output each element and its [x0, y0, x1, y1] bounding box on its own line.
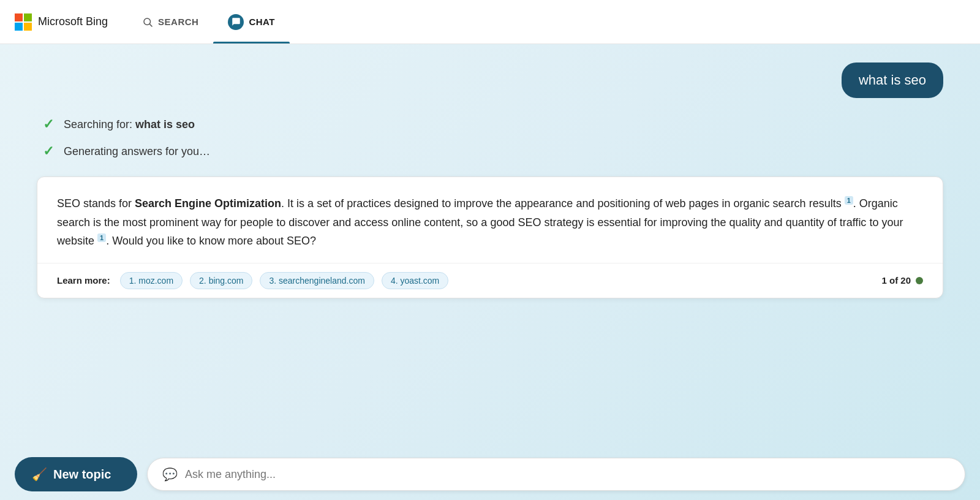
chat-icon	[228, 14, 244, 30]
bottom-bar: 🧹 New topic 💬	[0, 449, 980, 500]
user-message-text: what is seo	[859, 72, 926, 88]
chat-input-wrap: 💬	[147, 458, 965, 491]
status-searching-text: Searching for: what is seo	[64, 118, 195, 131]
tab-search[interactable]: SEARCH	[127, 0, 213, 44]
answer-card: SEO stands for Search Engine Optimizatio…	[37, 176, 943, 298]
new-topic-button[interactable]: 🧹 New topic	[15, 457, 137, 491]
green-dot-indicator	[916, 277, 923, 284]
user-bubble: what is seo	[842, 63, 943, 98]
tab-chat[interactable]: CHAT	[213, 0, 290, 44]
count-text: 1 of 20	[881, 275, 911, 286]
svg-point-0	[144, 18, 151, 25]
svg-line-1	[149, 24, 152, 26]
answer-body: SEO stands for Search Engine Optimizatio…	[37, 177, 943, 263]
chat-input-icon: 💬	[162, 467, 178, 482]
source-link-3[interactable]: 3. searchengineland.com	[260, 272, 374, 289]
tab-search-label: SEARCH	[158, 17, 198, 27]
chat-input[interactable]	[185, 468, 950, 481]
microsoft-logo	[15, 13, 32, 31]
check-icon-1: ✓	[43, 116, 54, 132]
learn-more-label: Learn more:	[57, 275, 110, 286]
new-topic-label: New topic	[53, 468, 111, 482]
chat-bubble-icon-svg	[232, 17, 241, 26]
search-icon	[142, 17, 153, 28]
status-items: ✓ Searching for: what is seo ✓ Generatin…	[37, 116, 943, 159]
count-badge: 1 of 20	[881, 275, 923, 286]
logo-text: Microsoft Bing	[38, 15, 108, 28]
status-generating-text: Generating answers for you…	[64, 145, 210, 158]
check-icon-2: ✓	[43, 143, 54, 159]
source-link-1[interactable]: 1. moz.com	[120, 272, 183, 289]
answer-footer: Learn more: 1. moz.com 2. bing.com 3. se…	[37, 263, 943, 298]
nav-tabs: SEARCH CHAT	[127, 0, 290, 44]
status-item-searching: ✓ Searching for: what is seo	[43, 116, 943, 132]
header: Microsoft Bing SEARCH CHAT	[0, 0, 980, 44]
tab-chat-label: CHAT	[249, 17, 275, 27]
broom-icon: 🧹	[32, 467, 47, 482]
answer-text: SEO stands for Search Engine Optimizatio…	[57, 197, 903, 247]
main-content: what is seo ✓ Searching for: what is seo…	[0, 44, 980, 500]
source-link-2[interactable]: 2. bing.com	[190, 272, 252, 289]
source-link-4[interactable]: 4. yoast.com	[382, 272, 448, 289]
status-item-generating: ✓ Generating answers for you…	[43, 143, 943, 159]
user-message-area: what is seo	[37, 63, 943, 98]
logo-area: Microsoft Bing	[15, 13, 108, 31]
